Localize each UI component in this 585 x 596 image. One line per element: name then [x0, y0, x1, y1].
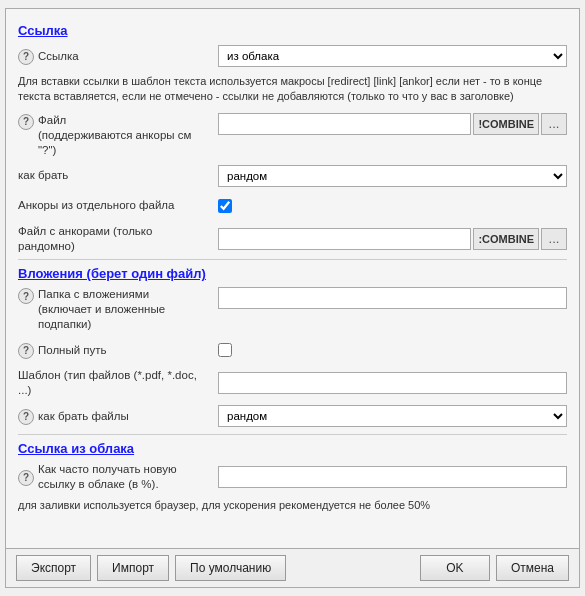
default-button[interactable]: По умолчанию	[175, 555, 286, 581]
link-info-text: Для вставки ссылки в шаблон текста испол…	[18, 74, 567, 105]
section3-title: Ссылка из облака	[18, 441, 567, 456]
anchor-file-row: Файл с анкорами (только рандомно) C:\Use…	[18, 224, 567, 254]
folder-row: ? Папка с вложениями(включает и вложенны…	[18, 287, 567, 332]
anchor-file-path-input[interactable]: C:\Users\1\Documents\ZennoProje...	[218, 228, 471, 250]
freq-row: ? Как часто получать новую ссылку в обла…	[18, 462, 567, 492]
folder-help-icon[interactable]: ?	[18, 288, 34, 304]
section3-info-text: для заливки используется браузер, для ус…	[18, 498, 567, 513]
file-row: ? Файл(поддерживаются анкоры см "?") C:\…	[18, 113, 567, 158]
folder-input[interactable]: пд Ф	[218, 287, 567, 309]
file-help-icon[interactable]: ?	[18, 114, 34, 130]
how-label: как брать	[18, 168, 68, 183]
anchor-file-browse-button[interactable]: ...	[541, 228, 567, 250]
fullpath-help-icon[interactable]: ?	[18, 343, 34, 359]
template-label: Шаблон (тип файлов (*.pdf, *.doc, ...)	[18, 368, 210, 398]
divider1	[18, 259, 567, 260]
link-help-icon[interactable]: ?	[18, 49, 34, 65]
freq-help-icon[interactable]: ?	[18, 470, 34, 486]
link-select[interactable]: из облака из файла вручную	[218, 45, 567, 67]
anchor-checkbox-row: Анкоры из отдельного файла	[18, 194, 567, 218]
export-button[interactable]: Экспорт	[16, 555, 91, 581]
ok-button[interactable]: OK	[420, 555, 490, 581]
divider2	[18, 434, 567, 435]
fullpath-row: ? Полный путь	[18, 338, 567, 362]
main-dialog: Ссылка ? Ссылка из облака из файла вручн…	[5, 8, 580, 588]
folder-label: Папка с вложениями(включает и вложенныеп…	[38, 287, 165, 332]
section1-title: Ссылка	[18, 23, 567, 38]
template-input[interactable]: *.pdf	[218, 372, 567, 394]
cancel-button[interactable]: Отмена	[496, 555, 569, 581]
howfiles-help-icon[interactable]: ?	[18, 409, 34, 425]
anchor-file-label: Файл с анкорами (только рандомно)	[18, 224, 210, 254]
how-select[interactable]: рандом по порядку	[218, 165, 567, 187]
freq-label: Как часто получать новую ссылку в облаке…	[38, 462, 210, 492]
fullpath-label: Полный путь	[38, 343, 107, 358]
howfiles-select[interactable]: рандом по порядку	[218, 405, 567, 427]
footer-right-buttons: OK Отмена	[420, 555, 569, 581]
file-input-row: C:\Users\1\Documents\ZennoProje... !COMB…	[218, 113, 567, 135]
section2-title: Вложения (берет один файл)	[18, 266, 567, 281]
fullpath-checkbox[interactable]	[218, 343, 232, 357]
link-row: ? Ссылка из облака из файла вручную	[18, 44, 567, 68]
file-tag: !COMBINE	[473, 113, 539, 135]
anchor-file-input-row: C:\Users\1\Documents\ZennoProje... :COMB…	[218, 228, 567, 250]
anchor-file-tag: :COMBINE	[473, 228, 539, 250]
howfiles-row: ? как брать файлы рандом по порядку	[18, 404, 567, 428]
anchor-label: Анкоры из отдельного файла	[18, 198, 174, 213]
freq-input[interactable]: 100	[218, 466, 567, 488]
anchor-checkbox[interactable]	[218, 199, 232, 213]
file-path-input[interactable]: C:\Users\1\Documents\ZennoProje...	[218, 113, 471, 135]
template-row: Шаблон (тип файлов (*.pdf, *.doc, ...) *…	[18, 368, 567, 398]
dialog-scroll-area[interactable]: Ссылка ? Ссылка из облака из файла вручн…	[6, 9, 579, 548]
link-label: Ссылка	[38, 49, 79, 64]
dialog-footer: Экспорт Импорт По умолчанию OK Отмена	[6, 548, 579, 587]
how-row: как брать рандом по порядку	[18, 164, 567, 188]
import-button[interactable]: Импорт	[97, 555, 169, 581]
howfiles-label: как брать файлы	[38, 409, 129, 424]
file-browse-button[interactable]: ...	[541, 113, 567, 135]
file-label: Файл(поддерживаются анкоры см "?")	[38, 113, 210, 158]
footer-left-buttons: Экспорт Импорт По умолчанию	[16, 555, 286, 581]
